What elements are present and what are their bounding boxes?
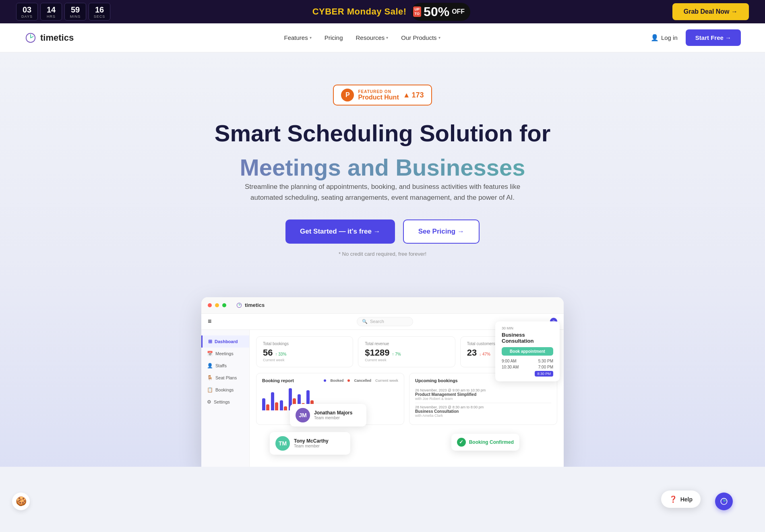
nav-resources[interactable]: Resources ▾	[356, 34, 389, 41]
staffs-icon: 👤	[207, 363, 213, 368]
user-icon: 👤	[651, 34, 659, 41]
countdown-secs: 16 SECS	[89, 3, 110, 21]
booked-legend-dot	[324, 379, 326, 382]
grab-deal-button[interactable]: Grab Deal Now →	[672, 3, 749, 20]
search-bar[interactable]: 🔍 Search	[357, 317, 413, 326]
jonathan-card: JM Jonathan Majors Team member	[290, 404, 366, 426]
sidebar-item-staffs[interactable]: 👤 Staffs	[201, 360, 249, 372]
jonathan-avatar: JM	[296, 408, 310, 422]
hero-title: Smart Scheduling Solution for Meetings a…	[16, 120, 749, 181]
window-dot-yellow	[215, 303, 219, 307]
top-banner: 03 DAYS 14 HRS 59 MINS 16 SECS CYBER Mon…	[0, 0, 765, 23]
countdown-days: 03 DAYS	[16, 3, 38, 21]
countdown-hrs: 14 HRS	[40, 3, 62, 21]
logo[interactable]: timetics	[24, 31, 74, 44]
nav-pricing[interactable]: Pricing	[325, 34, 343, 41]
window-dot-red	[208, 303, 212, 307]
tony-card: TM Tony McCarthy Team member	[270, 432, 350, 455]
nav-links: Features ▾ Pricing Resources ▾ Our Produ…	[284, 34, 440, 41]
seat-plans-icon: 🪑	[207, 375, 213, 381]
nav-actions: 👤 Log in Start Free →	[651, 29, 741, 46]
sidebar-item-meetings[interactable]: 📅 Meetings	[201, 348, 249, 360]
login-button[interactable]: 👤 Log in	[651, 34, 678, 41]
settings-icon: ⚙	[207, 399, 211, 405]
sale-text: CYBER Monday Sale!	[312, 6, 407, 17]
meetings-icon: 📅	[207, 351, 213, 356]
appointment-times: 9:00 AM 5:30 PM 10:30 AM 7:00 PM 8:30 PM	[502, 359, 553, 377]
tony-avatar: TM	[275, 436, 290, 451]
no-credit-text: * No credit card required, free forever!	[16, 251, 749, 257]
upcoming-list: 26 November, 2023 @ 9:00 am to 10:30 pm …	[415, 386, 551, 420]
dashboard-icon: ⊞	[208, 339, 212, 344]
countdown-timer: 03 DAYS 14 HRS 59 MINS 16 SECS	[16, 3, 110, 21]
countdown-mins: 59 MINS	[64, 3, 86, 21]
dashboard-preview: timetics ≡ 🔍 Search 9 ⊞ Dashboard 📅	[0, 281, 765, 467]
hero-section: P FEATURED ON Product Hunt ▲ 173 Smart S…	[0, 52, 765, 281]
banner-center: CYBER Monday Sale! UPTO 50% OFF	[312, 3, 471, 21]
dashboard-sidebar: ⊞ Dashboard 📅 Meetings 👤 Staffs 🪑 Seat P…	[201, 330, 250, 467]
appointment-card: 30 MIN Business Consultation Book appoin…	[495, 321, 560, 381]
logo-icon	[24, 31, 37, 44]
stat-total-revenue: Total revenue $1289 ↑ 7% Current week	[358, 336, 455, 367]
sale-off: OFF	[452, 8, 465, 15]
chevron-down-icon: ▾	[386, 35, 388, 40]
bookings-icon: 📋	[207, 387, 213, 393]
sidebar-item-seat-plans[interactable]: 🪑 Seat Plans	[201, 372, 249, 384]
chevron-down-icon: ▾	[310, 35, 312, 40]
product-hunt-badge[interactable]: P FEATURED ON Product Hunt ▲ 173	[333, 85, 432, 106]
cancelled-legend-dot	[347, 379, 350, 382]
window-dot-green	[222, 303, 226, 307]
product-hunt-score: ▲ 173	[403, 91, 424, 99]
chevron-down-icon: ▾	[438, 35, 440, 40]
sale-badge: UPTO 50% OFF	[411, 3, 471, 21]
sale-percent: 50%	[424, 4, 449, 19]
product-hunt-text: FEATURED ON Product Hunt	[358, 89, 399, 101]
hero-subtitle: Streamline the planning of appointments,…	[242, 181, 523, 203]
collapse-icon: ≡	[208, 318, 220, 325]
navbar: timetics Features ▾ Pricing Resources ▾ …	[0, 23, 765, 52]
sidebar-item-dashboard[interactable]: ⊞ Dashboard	[201, 335, 249, 348]
dashboard-window: timetics ≡ 🔍 Search 9 ⊞ Dashboard 📅	[201, 297, 564, 467]
booking-confirmed-badge: ✓ Booking Confirmed	[451, 434, 519, 451]
book-appointment-button[interactable]: Book appointment	[502, 347, 553, 356]
see-pricing-button[interactable]: See Pricing →	[403, 219, 480, 244]
check-icon: ✓	[457, 438, 466, 447]
upcoming-item: 26 November, 2023 @ 9:00 am to 10:30 pm …	[415, 386, 551, 403]
search-icon: 🔍	[362, 319, 368, 324]
get-started-button[interactable]: Get Started — it's free →	[285, 219, 395, 244]
start-free-button[interactable]: Start Free →	[686, 29, 741, 46]
nav-our-products[interactable]: Our Products ▾	[401, 34, 440, 41]
nav-features[interactable]: Features ▾	[284, 34, 311, 41]
upcoming-item: 28 November, 2023 @ 8:30 am to 8:00 pm B…	[415, 403, 551, 420]
sidebar-item-bookings[interactable]: 📋 Bookings	[201, 384, 249, 396]
window-logo: timetics	[236, 302, 265, 308]
window-titlebar: timetics	[201, 297, 564, 314]
hero-buttons: Get Started — it's free → See Pricing →	[16, 219, 749, 244]
sidebar-item-settings[interactable]: ⚙ Settings	[201, 396, 249, 408]
selected-time-badge: 8:30 PM	[535, 371, 553, 377]
product-hunt-logo: P	[341, 89, 354, 101]
stat-total-bookings: Total bookings 56 ↑ 33% Current week	[256, 336, 353, 367]
sale-up-label: UPTO	[413, 6, 422, 17]
